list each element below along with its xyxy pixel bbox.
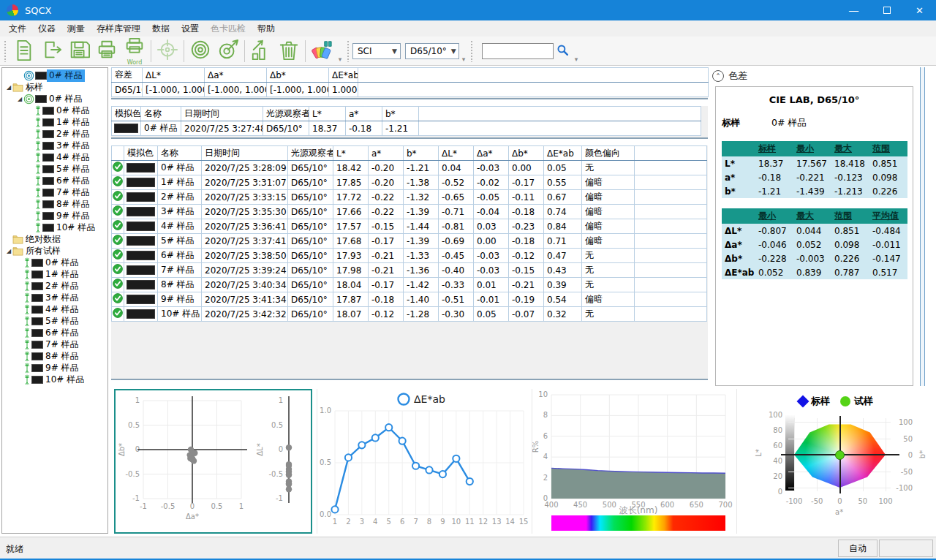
column-header-模拟色[interactable]: 模拟色 bbox=[112, 107, 141, 121]
menu-item-设置[interactable]: 设置 bbox=[176, 21, 205, 37]
tree-item-3-0# 样品[interactable]: 0# 样品 bbox=[2, 105, 107, 116]
toolbar-drag-handle[interactable] bbox=[4, 40, 7, 62]
tree-item-10-7# 样品[interactable]: 7# 样品 bbox=[2, 186, 107, 198]
tree-item-24-8# 样品[interactable]: 8# 样品 bbox=[2, 350, 107, 362]
tree-item-25-9# 样品[interactable]: 9# 样品 bbox=[2, 362, 107, 374]
column-header-a*[interactable]: a* bbox=[369, 146, 404, 161]
column-header-名称[interactable]: 名称 bbox=[141, 107, 181, 121]
column-header-a*[interactable]: a* bbox=[346, 107, 382, 121]
print-word-button[interactable]: Word bbox=[121, 37, 148, 65]
column-header-Δb*[interactable]: Δb* bbox=[509, 146, 544, 161]
tree-item-6-3# 样品[interactable]: 3# 样品 bbox=[2, 140, 107, 151]
tree-expand-arrow[interactable]: ◢ bbox=[16, 96, 23, 102]
tree-item-13-10# 样品[interactable]: 10# 样品 bbox=[2, 222, 107, 233]
column-header-日期时间[interactable]: 日期时间 bbox=[181, 107, 263, 121]
column-header-blank[interactable] bbox=[358, 68, 709, 83]
table-row[interactable]: 5# 样品2020/7/25 3:37:41D65/10°17.68-0.17-… bbox=[112, 234, 707, 249]
column-header-Δb*[interactable]: Δb* bbox=[267, 68, 329, 83]
menu-item-文件[interactable]: 文件 bbox=[3, 21, 32, 37]
column-header-ΔE*ab[interactable]: ΔE*ab bbox=[544, 146, 582, 161]
tree-item-2-0# 样品[interactable]: ◢0# 样品 bbox=[2, 93, 107, 105]
table-row[interactable]: 8# 样品2020/7/25 3:40:34D65/10°18.04-0.17-… bbox=[112, 278, 707, 292]
status-auto-cell[interactable]: 自动 bbox=[838, 540, 878, 557]
menu-item-色卡匹检[interactable]: 色卡匹检 bbox=[205, 21, 252, 37]
table-row[interactable]: 7# 样品2020/7/25 3:39:24D65/10°17.98-0.21-… bbox=[112, 263, 707, 278]
search-icon[interactable] bbox=[556, 44, 569, 58]
toolbar-drag-handle[interactable] bbox=[470, 40, 474, 62]
measurement-mode-select[interactable]: SCI▼ bbox=[352, 43, 401, 59]
tree-item-21-5# 样品[interactable]: 5# 样品 bbox=[2, 315, 107, 327]
column-header-ΔE*ab[interactable]: ΔE*ab bbox=[329, 68, 358, 83]
column-header-模拟色[interactable]: 模拟色 bbox=[124, 146, 158, 161]
tree-item-11-8# 样品[interactable]: 8# 样品 bbox=[2, 198, 107, 210]
tree-item-22-6# 样品[interactable]: 6# 样品 bbox=[2, 327, 107, 338]
toolbar-overflow-button[interactable]: ▾ bbox=[336, 56, 344, 63]
table-row[interactable]: 3# 样品2020/7/25 3:35:30D65/10°17.66-0.22-… bbox=[112, 205, 707, 219]
menu-item-数据[interactable]: 数据 bbox=[146, 21, 176, 37]
column-header-光源观察者[interactable]: 光源观察者 bbox=[288, 146, 333, 161]
column-header-颜色偏向[interactable]: 颜色偏向 bbox=[582, 146, 635, 161]
column-header-L*[interactable]: L* bbox=[333, 146, 369, 161]
table-row[interactable]: 2# 样品2020/7/25 3:33:15D65/10°17.72-0.22-… bbox=[112, 190, 707, 205]
tree-item-12-9# 样品[interactable]: 9# 样品 bbox=[2, 210, 107, 222]
table-row[interactable]: 0# 样品2020/7/25 3:28:09D65/10°18.42-0.20-… bbox=[112, 161, 707, 175]
tree-item-20-4# 样品[interactable]: 4# 样品 bbox=[2, 303, 107, 315]
illuminant-select[interactable]: D65/10°▼ bbox=[405, 43, 459, 59]
tree-item-16-0# 样品[interactable]: 0# 样品 bbox=[2, 257, 107, 268]
column-header-ΔL*[interactable]: ΔL* bbox=[143, 68, 205, 83]
menu-item-存样库管理[interactable]: 存样库管理 bbox=[91, 21, 146, 37]
minimize-button[interactable]: ― bbox=[837, 0, 870, 20]
toolbar-overflow-button[interactable]: ▾ bbox=[572, 56, 581, 63]
tree-item-5-2# 样品[interactable]: 2# 样品 bbox=[2, 128, 107, 140]
table-row[interactable]: 9# 样品2020/7/25 3:41:34D65/10°17.87-0.18-… bbox=[112, 292, 707, 307]
table-row[interactable]: 4# 样品2020/7/25 3:36:41D65/10°17.57-0.15-… bbox=[112, 219, 707, 234]
table-row[interactable]: D65/10°[-1.000, 1.000][-1.000, 1.000][-1… bbox=[112, 83, 709, 97]
menu-item-帮助[interactable]: 帮助 bbox=[252, 21, 281, 37]
tree-expand-arrow[interactable]: ◢ bbox=[5, 248, 12, 254]
column-header-ΔL*[interactable]: ΔL* bbox=[439, 146, 474, 161]
column-header-b*[interactable]: b* bbox=[404, 146, 439, 161]
close-button[interactable]: ✕ bbox=[903, 0, 936, 20]
menu-item-仪器[interactable]: 仪器 bbox=[32, 21, 61, 37]
table-row[interactable]: 10# 样品2020/7/25 3:42:32D65/10°18.07-0.12… bbox=[112, 307, 707, 322]
collapse-panel-button[interactable]: ⌃ bbox=[712, 70, 724, 82]
tree-item-14-绝对数据[interactable]: 绝对数据 bbox=[2, 233, 107, 245]
tree-item-0-0# 样品[interactable]: 0# 样品 bbox=[2, 69, 107, 81]
tree-item-8-5# 样品[interactable]: 5# 样品 bbox=[2, 163, 107, 175]
export-button[interactable] bbox=[37, 37, 65, 65]
measure-standard-button[interactable] bbox=[186, 37, 214, 65]
statistics-button[interactable] bbox=[247, 37, 275, 65]
column-header-容差[interactable]: 容差 bbox=[112, 68, 143, 83]
tree-expand-arrow[interactable]: ◢ bbox=[5, 84, 12, 91]
search-input[interactable] bbox=[482, 43, 554, 59]
table-row[interactable]: 0# 样品2020/7/25 3:27:48D65/10°18.37-0.18-… bbox=[112, 121, 701, 136]
column-header-blank[interactable] bbox=[419, 107, 701, 121]
maximize-button[interactable] bbox=[870, 0, 903, 20]
table-row[interactable]: 1# 样品2020/7/25 3:31:07D65/10°17.85-0.20-… bbox=[112, 175, 707, 190]
table-row[interactable]: 6# 样品2020/7/25 3:38:50D65/10°17.93-0.21-… bbox=[112, 249, 707, 263]
panel-splitter[interactable] bbox=[920, 67, 925, 386]
tree-item-17-1# 样品[interactable]: 1# 样品 bbox=[2, 268, 107, 280]
column-header-日期时间[interactable]: 日期时间 bbox=[202, 146, 288, 161]
column-header-blank[interactable] bbox=[112, 146, 124, 161]
measure-sample-button[interactable] bbox=[214, 37, 242, 65]
lab-gamut-chart-panel[interactable]: 标样试样100806040200L*-100-50050100a*100500-… bbox=[736, 389, 935, 534]
spectral-chart-panel[interactable]: 0246810400450500550600650700R%波长(nm) bbox=[532, 389, 735, 534]
column-header-L*[interactable]: L* bbox=[309, 107, 346, 121]
save-button[interactable] bbox=[65, 37, 93, 65]
column-header-Δa*[interactable]: Δa* bbox=[205, 68, 267, 83]
tree-item-9-6# 样品[interactable]: 6# 样品 bbox=[2, 175, 107, 186]
tree-item-26-10# 样品[interactable]: 10# 样品 bbox=[2, 374, 107, 385]
menu-item-测量[interactable]: 测量 bbox=[61, 21, 91, 37]
tree-item-19-3# 样品[interactable]: 3# 样品 bbox=[2, 292, 107, 303]
delete-button[interactable] bbox=[275, 37, 303, 65]
print-button[interactable] bbox=[93, 37, 121, 65]
toolbar-overflow-button[interactable]: ▾ bbox=[459, 56, 468, 63]
tree-item-18-2# 样品[interactable]: 2# 样品 bbox=[2, 280, 107, 292]
delta-e-chart-panel[interactable]: 1234567891011121314150.00.51.0ΔE*ab bbox=[317, 389, 530, 534]
tree-item-7-4# 样品[interactable]: 4# 样品 bbox=[2, 151, 107, 163]
column-header-blank[interactable] bbox=[635, 146, 707, 161]
color-card-match-button[interactable] bbox=[308, 37, 336, 65]
tree-item-1-标样[interactable]: ◢标样 bbox=[2, 81, 107, 93]
column-header-Δa*[interactable]: Δa* bbox=[474, 146, 509, 161]
